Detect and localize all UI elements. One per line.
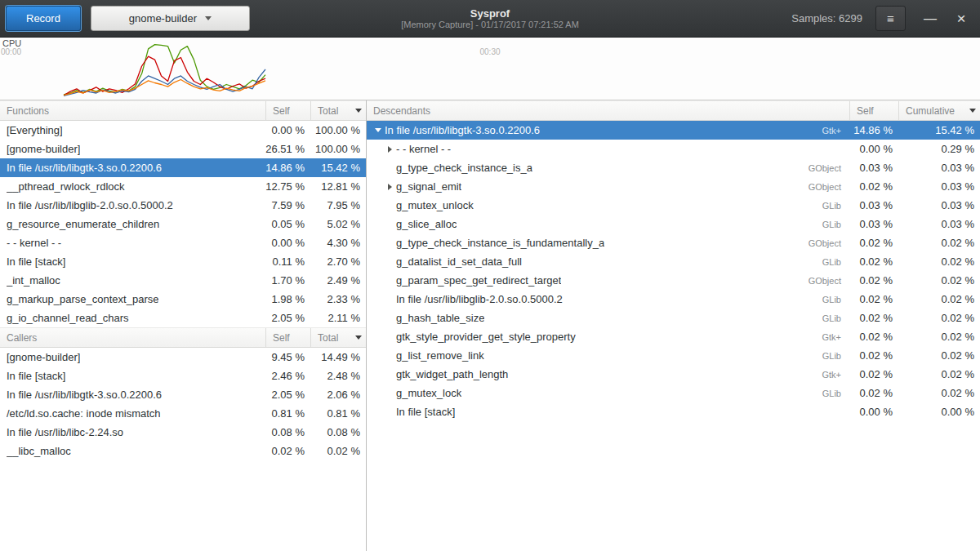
table-row[interactable]: In file [stack]0.00 %0.00 % xyxy=(367,402,980,421)
name-cell: g_hash_table_sizeGLib xyxy=(367,309,849,327)
function-name: gtk_widget_path_length xyxy=(396,368,508,380)
function-name: In file /usr/lib/libgtk-3.so.0.2200.6 xyxy=(7,162,162,174)
column-header-callers[interactable]: Callers xyxy=(0,328,265,347)
table-row[interactable]: In file /usr/lib/libgtk-3.so.0.2200.6Gtk… xyxy=(367,121,980,140)
table-row[interactable]: In file [stack]0.11 %2.70 % xyxy=(0,252,366,271)
table-row[interactable]: g_io_channel_read_chars2.05 %2.11 % xyxy=(0,309,366,327)
table-header-row: CallersSelfTotal xyxy=(0,327,366,348)
table-row[interactable]: In file /usr/lib/libgtk-3.so.0.2200.62.0… xyxy=(0,385,366,404)
close-button[interactable]: × xyxy=(948,6,974,32)
column-header-self[interactable]: Self xyxy=(849,101,898,120)
function-name: - - kernel - - xyxy=(7,237,61,249)
column-header-functions[interactable]: Functions xyxy=(0,101,265,120)
expander-collapsed-icon[interactable] xyxy=(383,140,396,158)
column-header-self[interactable]: Self xyxy=(265,328,310,347)
chevron-down-icon xyxy=(205,16,212,20)
expander-expanded-icon[interactable] xyxy=(372,121,385,140)
column-header-total[interactable]: Total xyxy=(310,328,366,347)
total-value: 2.49 % xyxy=(310,274,366,287)
name-cell: /etc/ld.so.cache: inode mismatch xyxy=(0,404,265,423)
function-name: g_mutex_unlock xyxy=(396,199,474,211)
table-row[interactable]: g_mutex_lockGLib0.02 %0.02 % xyxy=(367,384,980,402)
minimize-button[interactable]: — xyxy=(917,6,943,32)
self-value: 0.02 % xyxy=(849,349,898,362)
table-row[interactable]: g_resource_enumerate_children0.05 %5.02 … xyxy=(0,215,366,233)
name-cell: g_param_spec_get_redirect_targetGObject xyxy=(367,271,849,290)
expander-spacer xyxy=(383,233,396,252)
self-value: 2.05 % xyxy=(265,312,310,324)
cpu-graph[interactable]: CPU 00:00 00:30 xyxy=(0,38,980,100)
table-row[interactable]: g_type_check_instance_is_fundamentally_a… xyxy=(367,233,980,252)
self-value: 14.86 % xyxy=(265,162,310,174)
name-cell: - - kernel - - xyxy=(0,233,265,252)
function-name: __pthread_rwlock_rdlock xyxy=(7,180,125,193)
time-tick-mid: 00:30 xyxy=(479,47,500,56)
table-row[interactable]: [gnome-builder]9.45 %14.49 % xyxy=(0,348,366,367)
menu-button[interactable]: ≡ xyxy=(875,6,906,31)
process-selector-dropdown[interactable]: gnome-builder xyxy=(91,6,250,31)
table-row[interactable]: g_type_check_instance_is_aGObject0.03 %0… xyxy=(367,158,980,177)
function-name: _int_malloc xyxy=(7,274,60,287)
self-value: 0.11 % xyxy=(265,256,310,268)
table-row[interactable]: g_markup_parse_context_parse1.98 %2.33 % xyxy=(0,290,366,309)
name-cell: In file /usr/lib/libgtk-3.so.0.2200.6 xyxy=(0,158,265,177)
table-row[interactable]: g_param_spec_get_redirect_targetGObject0… xyxy=(367,271,980,290)
name-cell: g_mutex_unlockGLib xyxy=(367,196,849,215)
expander-collapsed-icon[interactable] xyxy=(383,177,396,196)
table-row[interactable]: g_slice_allocGLib0.03 %0.03 % xyxy=(367,215,980,233)
table-row[interactable]: /etc/ld.so.cache: inode mismatch0.81 %0.… xyxy=(0,404,366,423)
table-row[interactable]: gtk_widget_path_lengthGtk+0.02 %0.02 % xyxy=(367,365,980,384)
table-row[interactable]: g_signal_emitGObject0.02 %0.03 % xyxy=(367,177,980,196)
table-row[interactable]: In file /usr/lib/libglib-2.0.so.0.5000.2… xyxy=(0,196,366,215)
callers-table: CallersSelfTotal[gnome-builder]9.45 %14.… xyxy=(0,327,366,460)
column-header-total[interactable]: Total xyxy=(310,101,366,120)
name-cell: [Everything] xyxy=(0,121,265,140)
self-value: 0.00 % xyxy=(849,143,898,155)
cumulative-value: 0.02 % xyxy=(898,368,980,380)
self-value: 14.86 % xyxy=(849,124,898,136)
expander-spacer xyxy=(383,252,396,271)
table-row[interactable]: g_hash_table_sizeGLib0.02 %0.02 % xyxy=(367,309,980,327)
library-badge: Gtk+ xyxy=(813,332,849,342)
expander-spacer xyxy=(383,346,396,365)
function-name: [Everything] xyxy=(7,124,63,136)
self-value: 0.02 % xyxy=(849,368,898,380)
function-name: g_datalist_id_set_data_full xyxy=(396,256,522,268)
library-badge: GLib xyxy=(814,313,849,323)
self-value: 0.02 % xyxy=(849,312,898,324)
time-tick-start: 00:00 xyxy=(1,47,21,56)
total-value: 2.70 % xyxy=(310,256,366,268)
self-value: 0.03 % xyxy=(849,199,898,211)
function-name: __libc_malloc xyxy=(7,445,71,457)
table-row[interactable]: In file /usr/lib/libc-2.24.so0.08 %0.08 … xyxy=(0,423,366,442)
table-row[interactable]: gtk_style_provider_get_style_propertyGtk… xyxy=(367,327,980,346)
name-cell: g_datalist_id_set_data_fullGLib xyxy=(367,252,849,271)
table-row[interactable]: g_mutex_unlockGLib0.03 %0.03 % xyxy=(367,196,980,215)
table-row[interactable]: g_datalist_id_set_data_fullGLib0.02 %0.0… xyxy=(367,252,980,271)
self-value: 26.51 % xyxy=(265,143,310,155)
table-row[interactable]: __libc_malloc0.02 %0.02 % xyxy=(0,442,366,460)
record-button[interactable]: Record xyxy=(6,6,81,31)
table-row[interactable]: In file /usr/lib/libglib-2.0.so.0.5000.2… xyxy=(367,290,980,309)
table-row[interactable]: In file /usr/lib/libgtk-3.so.0.2200.614.… xyxy=(0,158,366,177)
table-row[interactable]: In file [stack]2.46 %2.48 % xyxy=(0,367,366,385)
table-row[interactable]: _int_malloc1.70 %2.49 % xyxy=(0,271,366,290)
column-header-cumulative[interactable]: Cumulative xyxy=(898,101,980,120)
table-row[interactable]: __pthread_rwlock_rdlock12.75 %12.81 % xyxy=(0,177,366,196)
cumulative-value: 0.03 % xyxy=(898,218,980,230)
column-header-descendants[interactable]: Descendants xyxy=(367,101,849,120)
column-label: Total xyxy=(318,332,338,344)
self-value: 0.02 % xyxy=(849,293,898,305)
table-row[interactable]: g_list_remove_linkGLib0.02 %0.02 % xyxy=(367,346,980,365)
table-row[interactable]: - - kernel - -0.00 %0.29 % xyxy=(367,140,980,158)
table-row[interactable]: [gnome-builder]26.51 %100.00 % xyxy=(0,140,366,158)
name-cell: g_type_check_instance_is_fundamentally_a… xyxy=(367,233,849,252)
table-row[interactable]: - - kernel - -0.00 %4.30 % xyxy=(0,233,366,252)
column-header-self[interactable]: Self xyxy=(265,101,310,120)
function-name: [gnome-builder] xyxy=(7,351,80,363)
cumulative-value: 0.03 % xyxy=(898,180,980,193)
name-cell: __libc_malloc xyxy=(0,442,265,460)
table-row[interactable]: [Everything]0.00 %100.00 % xyxy=(0,121,366,140)
name-cell: [gnome-builder] xyxy=(0,140,265,158)
self-value: 0.02 % xyxy=(849,180,898,193)
